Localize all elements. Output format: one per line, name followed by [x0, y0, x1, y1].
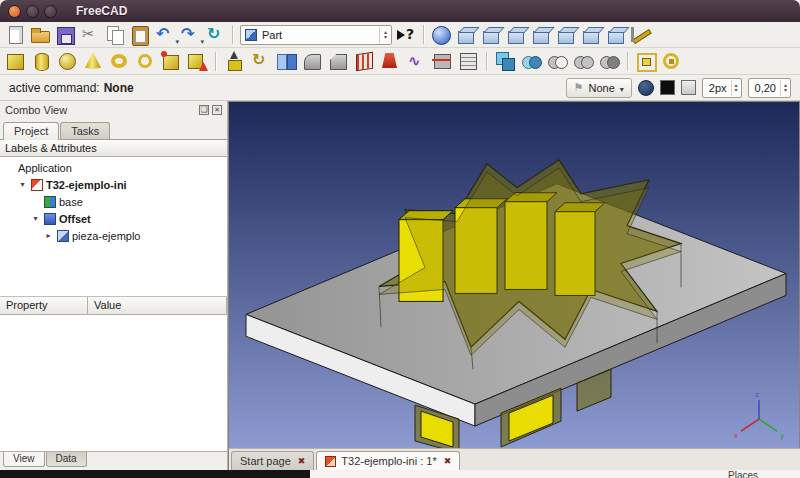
whats-this-icon[interactable]	[394, 23, 419, 47]
3d-viewport[interactable]: x y z	[228, 101, 800, 448]
chamfer-icon[interactable]	[326, 49, 351, 73]
tree-item-pieza-ejemplo[interactable]: ▸pieza-ejemplo	[0, 227, 227, 244]
revolve-icon[interactable]	[248, 49, 273, 73]
common-icon[interactable]	[597, 49, 622, 73]
extrude-icon[interactable]	[222, 49, 247, 73]
close-panel-icon[interactable]	[212, 105, 222, 115]
cut-icon[interactable]	[78, 23, 103, 47]
axis-y-label: y	[780, 431, 784, 440]
fillet-icon[interactable]	[300, 49, 325, 73]
freecad-window: FreeCAD ▾▾ Part active command: None Non…	[0, 0, 800, 478]
close-window-button[interactable]	[8, 5, 21, 18]
cone-icon[interactable]	[81, 49, 106, 73]
line-color-swatch[interactable]	[660, 80, 675, 95]
document-tab[interactable]: Start page✖	[231, 451, 314, 470]
toolbar-separator	[486, 52, 488, 71]
bottom-strip: Places	[0, 470, 800, 478]
active-command-label: active command:	[9, 81, 100, 95]
toolbar-separator	[215, 52, 217, 71]
right-view-icon[interactable]	[529, 23, 554, 47]
tree-item-label: base	[59, 196, 83, 208]
boolean-cut-icon[interactable]	[545, 49, 570, 73]
front-view-icon[interactable]	[479, 23, 504, 47]
open-document-icon[interactable]	[28, 23, 53, 47]
copy-icon[interactable]	[103, 23, 128, 47]
combobox-spin-arrows-icon[interactable]	[379, 27, 387, 43]
tree-item-application[interactable]: Application	[0, 159, 227, 176]
property-table-body[interactable]	[0, 315, 227, 452]
measure-distance-icon[interactable]	[629, 23, 654, 47]
face-color-swatch[interactable]	[681, 80, 696, 95]
combo-bottom-tabs: ViewData	[0, 452, 227, 470]
text-size-spinner[interactable]: 0,20	[748, 78, 791, 98]
close-tab-icon[interactable]: ✖	[298, 456, 306, 466]
ruled-surface-icon[interactable]	[352, 49, 377, 73]
section-icon[interactable]	[430, 49, 455, 73]
tree-expander-icon[interactable]: ▾	[17, 180, 28, 189]
tab-tasks[interactable]: Tasks	[60, 122, 110, 139]
property-column-header[interactable]: Property	[0, 297, 88, 315]
redo-icon[interactable]: ▾	[178, 23, 203, 47]
sweep-icon[interactable]	[404, 49, 429, 73]
shape-builder-icon[interactable]	[185, 49, 210, 73]
cylinder-icon[interactable]	[29, 49, 54, 73]
chevron-down-icon	[620, 82, 624, 94]
minimize-window-button[interactable]	[26, 5, 39, 18]
boolean-icon[interactable]	[519, 49, 544, 73]
undo-icon[interactable]: ▾	[153, 23, 178, 47]
tube-icon[interactable]	[133, 49, 158, 73]
tree-item-label: Application	[18, 162, 72, 174]
maximize-window-button[interactable]	[44, 5, 57, 18]
new-document-icon[interactable]	[3, 23, 28, 47]
offset-icon[interactable]	[634, 49, 659, 73]
create-primitives-icon[interactable]	[159, 49, 184, 73]
fit-all-icon[interactable]	[429, 23, 454, 47]
combo-tabs: ProjectTasks	[0, 119, 227, 140]
line-width-value: 2px	[709, 82, 727, 94]
file-toolbar: ▾▾	[3, 23, 228, 47]
loft-icon[interactable]	[378, 49, 403, 73]
tree-expander-icon[interactable]: ▸	[43, 231, 54, 240]
toolbar-separator	[627, 52, 629, 71]
tab-project[interactable]: Project	[3, 122, 59, 140]
tree-item-offset[interactable]: ▾Offset	[0, 210, 227, 227]
tree-item-t32-ejemplo-ini[interactable]: ▾T32-ejemplo-ini	[0, 176, 227, 193]
draft-layer-button[interactable]: None	[566, 78, 632, 98]
thickness-icon[interactable]	[660, 49, 685, 73]
line-width-select[interactable]: 2px	[702, 78, 742, 98]
bottom-view-icon[interactable]	[579, 23, 604, 47]
tree-item-base[interactable]: base	[0, 193, 227, 210]
property-column-header[interactable]: Value	[88, 297, 227, 315]
document-tab[interactable]: T32-ejemplo-ini : 1*✖	[316, 451, 460, 470]
part-icon	[57, 230, 69, 242]
tree-expander-icon[interactable]: ▾	[30, 214, 41, 223]
union-icon[interactable]	[571, 49, 596, 73]
mirror-icon[interactable]	[274, 49, 299, 73]
cross-sections-icon[interactable]	[456, 49, 481, 73]
torus-icon[interactable]	[107, 49, 132, 73]
left-view-icon[interactable]	[604, 23, 629, 47]
box-icon[interactable]	[3, 49, 28, 73]
tree-header: Labels & Attributes	[0, 140, 227, 157]
close-tab-icon[interactable]: ✖	[444, 456, 452, 466]
top-view-icon[interactable]	[504, 23, 529, 47]
tree-item-label: pieza-ejemplo	[72, 230, 140, 242]
command-bar: active command: None None 2px 0,20	[0, 75, 800, 101]
refresh-icon[interactable]	[203, 23, 228, 47]
rear-view-icon[interactable]	[554, 23, 579, 47]
float-panel-icon[interactable]	[199, 105, 209, 115]
compound-icon[interactable]	[493, 49, 518, 73]
paste-icon[interactable]	[128, 23, 153, 47]
axonometric-view-icon[interactable]	[454, 23, 479, 47]
sphere-icon[interactable]	[55, 49, 80, 73]
tab-view[interactable]: View	[3, 452, 45, 467]
document-tab-label: T32-ejemplo-ini : 1*	[341, 455, 436, 467]
document-icon	[31, 179, 43, 191]
tab-data[interactable]: Data	[46, 452, 87, 467]
axis-z-label: z	[755, 390, 759, 399]
save-document-icon[interactable]	[53, 23, 78, 47]
workbench-selector[interactable]: Part	[240, 25, 392, 45]
autogroup-icon[interactable]	[638, 80, 654, 96]
spinner-arrows-icon[interactable]	[780, 80, 787, 96]
toolbar-separator	[232, 25, 234, 44]
